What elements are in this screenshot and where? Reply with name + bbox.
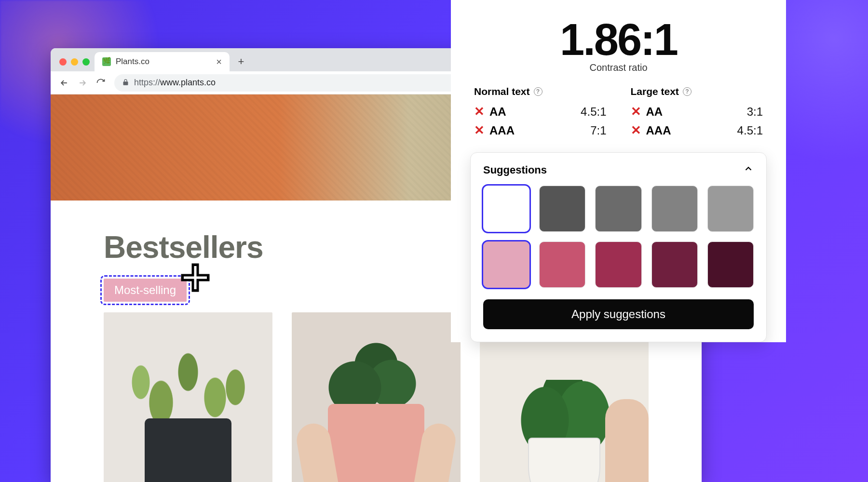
color-swatch[interactable] [651, 241, 698, 288]
large-text-heading: Large text [631, 86, 679, 97]
back-icon[interactable] [59, 78, 69, 88]
color-swatch[interactable] [539, 186, 585, 232]
apply-suggestions-button[interactable]: Apply suggestions [483, 299, 754, 329]
color-swatch[interactable] [651, 186, 698, 232]
contrast-ratio-value: 1.86:1 [470, 14, 767, 65]
color-swatch[interactable] [595, 186, 641, 232]
browser-tab[interactable]: Plants.co × [95, 52, 230, 71]
product-card[interactable] [104, 312, 272, 482]
color-swatch[interactable] [595, 241, 641, 288]
maximize-window-dot[interactable] [82, 58, 90, 66]
contrast-checker-panel: 1.86:1 Contrast ratio Normal text ? ✕ AA… [451, 0, 786, 342]
large-text-column: Large text ? ✕ AA 3:1 ✕ AAA 4.5:1 [631, 86, 763, 142]
most-selling-badge[interactable]: Most-selling [104, 279, 187, 302]
swatch-grid [483, 186, 754, 288]
crosshair-cursor-icon [181, 263, 210, 292]
color-swatch[interactable] [483, 241, 529, 288]
fail-icon: ✕ [631, 123, 641, 138]
aa-check-row: ✕ AA 3:1 [631, 104, 763, 119]
contrast-ratio-label: Contrast ratio [470, 62, 767, 73]
aaa-check-row: ✕ AAA 7:1 [474, 123, 607, 138]
fail-icon: ✕ [474, 123, 485, 138]
suggestions-heading: Suggestions [483, 164, 547, 176]
traffic-lights [55, 58, 95, 71]
color-swatch[interactable] [539, 241, 585, 288]
url-text: https://www.plants.co [134, 78, 216, 88]
color-swatch[interactable] [707, 241, 754, 288]
aa-check-row: ✕ AA 4.5:1 [474, 104, 607, 119]
chevron-up-icon[interactable] [743, 163, 754, 177]
close-tab-icon[interactable]: × [216, 56, 222, 67]
suggestions-card: Suggestions Apply suggestions [470, 152, 767, 342]
aaa-check-row: ✕ AAA 4.5:1 [631, 123, 763, 138]
tab-favicon-icon [102, 57, 111, 66]
fail-icon: ✕ [631, 104, 641, 119]
close-window-dot[interactable] [59, 58, 67, 66]
svg-rect-3 [184, 277, 207, 279]
product-card[interactable] [292, 312, 461, 482]
reload-icon[interactable] [96, 78, 106, 88]
color-swatch[interactable] [483, 186, 529, 232]
forward-icon[interactable] [78, 78, 87, 88]
color-swatch[interactable] [707, 186, 754, 232]
normal-text-column: Normal text ? ✕ AA 4.5:1 ✕ AAA 7:1 [474, 86, 607, 142]
tab-title: Plants.co [116, 57, 149, 67]
fail-icon: ✕ [474, 104, 485, 119]
lock-icon [122, 79, 129, 87]
new-tab-button[interactable]: + [233, 54, 249, 69]
normal-text-heading: Normal text [474, 86, 530, 97]
help-icon[interactable]: ? [534, 87, 542, 96]
help-icon[interactable]: ? [683, 87, 692, 96]
minimize-window-dot[interactable] [71, 58, 78, 66]
